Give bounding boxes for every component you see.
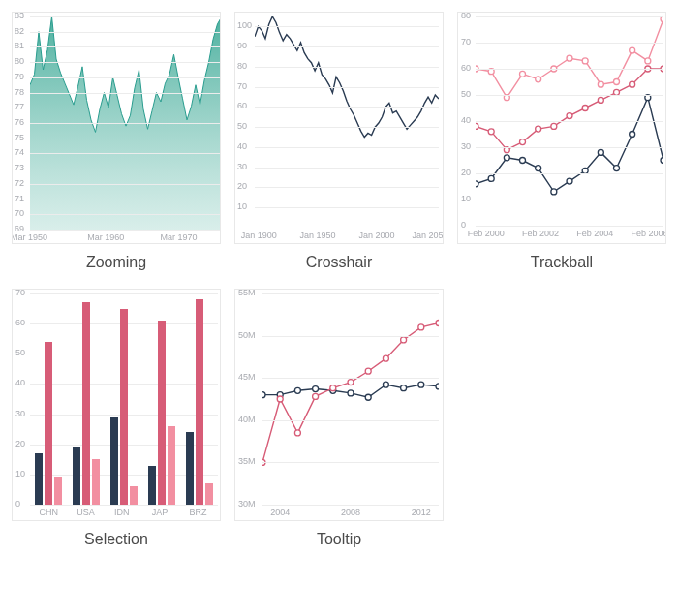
svg-point-58 — [401, 337, 407, 343]
svg-point-30 — [536, 77, 541, 82]
axis-tick: 30 — [15, 410, 25, 418]
axis-tick: 70 — [15, 289, 25, 297]
axis-tick: 50M — [238, 331, 256, 340]
axis-tick: 40M — [238, 416, 256, 424]
axis-tick: Jan 1950 — [300, 231, 336, 240]
bar[interactable] — [82, 302, 90, 505]
axis-tick: CHN — [39, 508, 58, 517]
chart-selection[interactable]: 010203040506070 CHNUSAIDNJAPBRZ — [12, 289, 221, 521]
svg-point-53 — [313, 393, 319, 399]
axis-tick: 0 — [461, 221, 466, 230]
axis-tick: 77 — [15, 103, 24, 111]
axis-tick: 40 — [15, 379, 25, 387]
axis-tick: 60 — [237, 102, 247, 110]
bar[interactable] — [92, 459, 100, 505]
bar[interactable] — [110, 417, 118, 505]
card-selection: 010203040506070 CHNUSAIDNJAPBRZ Selectio… — [12, 289, 221, 548]
svg-point-2 — [504, 155, 509, 161]
svg-point-5 — [551, 189, 557, 195]
caption-tooltip: Tooltip — [317, 531, 361, 548]
svg-point-13 — [476, 123, 478, 129]
axis-tick: 10 — [237, 202, 247, 211]
caption-trackball: Trackball — [531, 254, 593, 271]
axis-tick: Feb 2006 — [631, 230, 666, 238]
axis-tick: 80 — [461, 12, 471, 20]
axis-tick: JAP — [152, 508, 169, 517]
axis-tick: 78 — [15, 88, 24, 97]
svg-point-35 — [614, 79, 620, 85]
svg-point-4 — [536, 166, 541, 171]
bar[interactable] — [120, 309, 128, 505]
bar[interactable] — [130, 486, 138, 505]
svg-point-16 — [520, 139, 526, 145]
axis-tick: 70 — [461, 38, 471, 46]
svg-point-20 — [582, 106, 588, 111]
card-crosshair: 102030405060708090100 Jan 1900Jan 1950Ja… — [234, 12, 444, 271]
axis-tick: 2004 — [270, 508, 290, 517]
bar[interactable] — [35, 453, 43, 505]
axis-tick: 76 — [15, 118, 24, 127]
svg-point-23 — [630, 81, 635, 87]
bar[interactable] — [148, 466, 156, 505]
chart-crosshair[interactable]: 102030405060708090100 Jan 1900Jan 1950Ja… — [234, 12, 444, 244]
svg-point-55 — [348, 380, 354, 385]
svg-point-32 — [567, 55, 572, 61]
axis-tick: 30 — [237, 163, 247, 171]
axis-tick: Feb 2002 — [522, 230, 559, 238]
svg-point-12 — [661, 158, 663, 164]
axis-tick: 2012 — [412, 508, 431, 517]
svg-point-44 — [348, 390, 354, 396]
card-trackball: 01020304050607080 Feb 2000Feb 2002Feb 20… — [457, 12, 666, 271]
svg-point-37 — [645, 58, 651, 64]
card-tooltip: 30M35M40M45M50M55M 200420082012 Tooltip — [234, 289, 444, 548]
bar[interactable] — [158, 321, 166, 505]
axis-tick: 20 — [461, 169, 471, 177]
axis-tick: 30M — [238, 500, 256, 508]
svg-point-0 — [476, 181, 478, 187]
bar[interactable] — [168, 426, 175, 505]
svg-point-17 — [536, 126, 541, 132]
chart-tooltip[interactable]: 30M35M40M45M50M55M 200420082012 — [234, 289, 444, 521]
axis-tick: 70 — [15, 209, 24, 218]
axis-tick: Jan 2050 — [413, 231, 445, 240]
bar[interactable] — [54, 477, 62, 505]
axis-tick: 75 — [15, 134, 24, 142]
axis-tick: 30 — [461, 142, 471, 151]
chart-trackball[interactable]: 01020304050607080 Feb 2000Feb 2002Feb 20… — [457, 12, 666, 244]
axis-tick: IDN — [114, 508, 130, 517]
axis-tick: 70 — [237, 82, 247, 91]
svg-point-6 — [567, 178, 572, 184]
bar[interactable] — [186, 432, 194, 505]
axis-tick: 74 — [15, 148, 24, 157]
axis-tick: 82 — [15, 27, 24, 36]
axis-tick: 35M — [238, 457, 256, 466]
bar[interactable] — [196, 299, 203, 505]
axis-tick: 72 — [15, 179, 24, 188]
axis-tick: Feb 2000 — [468, 230, 505, 238]
axis-tick: USA — [77, 508, 95, 517]
chart-zooming[interactable]: 697071727374757677787980818283 Mar 1950M… — [12, 12, 221, 244]
axis-tick: 0 — [15, 500, 20, 508]
axis-tick: 100 — [237, 21, 252, 30]
axis-tick: 60 — [461, 64, 471, 73]
svg-point-52 — [294, 430, 300, 436]
svg-point-48 — [418, 382, 424, 387]
svg-point-54 — [330, 385, 336, 391]
svg-point-33 — [582, 58, 588, 64]
axis-tick: 80 — [237, 62, 247, 71]
axis-tick: 80 — [15, 57, 24, 66]
svg-point-19 — [567, 113, 572, 119]
bar[interactable] — [205, 483, 213, 505]
bar[interactable] — [73, 447, 80, 505]
svg-point-57 — [383, 355, 388, 361]
svg-point-21 — [598, 97, 603, 103]
svg-point-1 — [488, 175, 494, 181]
svg-point-8 — [598, 149, 603, 155]
svg-point-9 — [614, 166, 620, 171]
axis-tick: 50 — [15, 349, 25, 357]
axis-tick: Jan 2000 — [358, 231, 394, 240]
bar[interactable] — [45, 342, 52, 505]
svg-point-49 — [436, 384, 439, 389]
svg-point-34 — [598, 81, 603, 87]
caption-selection: Selection — [84, 531, 148, 548]
